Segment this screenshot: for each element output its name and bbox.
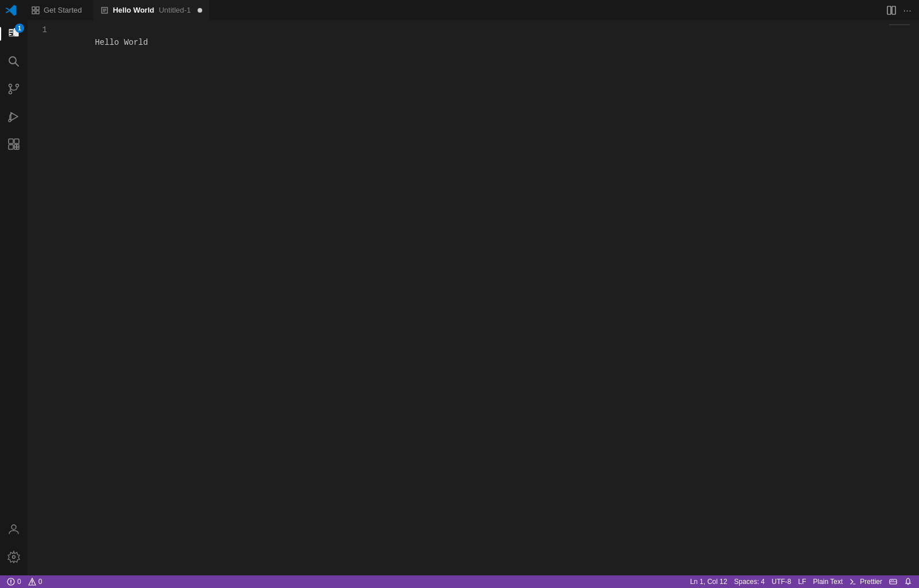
warning-count[interactable]: 0 <box>26 575 45 588</box>
status-bar-left: 0 0 <box>5 575 44 588</box>
status-bar-right: Ln 1, Col 12 Spaces: 4 UTF-8 LF Plain Te… <box>688 575 914 588</box>
svg-rect-3 <box>36 11 39 14</box>
get-started-tab-label: Get Started <box>44 6 82 14</box>
editor-area: 1 Hello World <box>28 20 919 575</box>
indentation[interactable]: Spaces: 4 <box>732 575 767 588</box>
error-number: 0 <box>17 578 21 586</box>
code-editor[interactable]: Hello World <box>56 20 885 575</box>
svg-point-15 <box>16 84 19 87</box>
svg-point-33 <box>32 583 33 585</box>
line-numbers: 1 <box>28 20 56 575</box>
error-count[interactable]: 0 <box>5 575 24 588</box>
svg-rect-8 <box>887 6 891 14</box>
activity-bar: 1 <box>0 20 28 575</box>
formatter[interactable]: Prettier <box>847 575 885 588</box>
active-tab-icon <box>100 6 109 15</box>
svg-point-27 <box>11 525 16 529</box>
svg-rect-20 <box>9 139 13 144</box>
svg-point-37 <box>891 580 892 581</box>
sidebar-item-settings[interactable] <box>0 543 28 571</box>
remote-host[interactable] <box>887 575 899 588</box>
active-tab-subtitle: Untitled-1 <box>159 6 191 14</box>
vscode-logo <box>5 4 17 17</box>
encoding-label: UTF-8 <box>771 578 791 586</box>
formatter-label: Prettier <box>860 578 882 586</box>
svg-point-16 <box>9 91 12 94</box>
encoding[interactable]: UTF-8 <box>769 575 793 588</box>
svg-rect-1 <box>36 7 39 10</box>
editor-content[interactable]: 1 Hello World <box>28 20 919 575</box>
sidebar-item-source-control[interactable] <box>0 75 28 103</box>
code-line-1: Hello World <box>95 38 148 47</box>
svg-point-28 <box>13 556 16 559</box>
svg-rect-0 <box>32 7 35 10</box>
svg-rect-9 <box>892 6 895 14</box>
svg-point-31 <box>10 583 11 584</box>
sidebar-item-search[interactable] <box>0 48 28 75</box>
svg-rect-26 <box>17 147 19 149</box>
minimap <box>885 20 919 575</box>
line-ending-label: LF <box>798 578 806 586</box>
more-actions-button[interactable]: ··· <box>901 3 914 17</box>
main-container: 1 <box>0 20 919 575</box>
svg-rect-2 <box>32 11 35 14</box>
tab-modified-indicator <box>198 8 202 13</box>
status-bar: 0 0 Ln 1, Col 12 Spaces: 4 UTF-8 LF Plai… <box>0 575 919 588</box>
active-tab-name: Hello World <box>113 6 154 14</box>
indentation-label: Spaces: 4 <box>734 578 764 586</box>
language-label: Plain Text <box>813 578 843 586</box>
svg-point-14 <box>9 84 12 87</box>
line-ending[interactable]: LF <box>796 575 808 588</box>
active-tab[interactable]: Hello World Untitled-1 <box>93 0 209 20</box>
sidebar-item-extensions[interactable] <box>0 130 28 158</box>
svg-point-38 <box>893 580 894 581</box>
cursor-position-label: Ln 1, Col 12 <box>690 578 727 586</box>
svg-rect-22 <box>9 145 13 149</box>
explorer-badge: 1 <box>15 24 24 33</box>
sidebar-item-explorer[interactable]: 1 <box>0 20 28 48</box>
warning-number: 0 <box>38 578 43 586</box>
notifications[interactable] <box>902 575 914 588</box>
activity-bar-bottom <box>0 516 28 575</box>
ellipsis-icon: ··· <box>903 6 912 15</box>
sidebar-item-accounts[interactable] <box>0 516 28 543</box>
sidebar-item-run-debug[interactable] <box>0 103 28 130</box>
split-editor-button[interactable] <box>885 3 898 17</box>
title-bar-actions: ··· <box>885 3 914 17</box>
svg-rect-21 <box>14 139 19 144</box>
cursor-position[interactable]: Ln 1, Col 12 <box>688 575 729 588</box>
title-bar: Get Started Hello World Untitled-1 ··· <box>0 0 919 20</box>
line-number-1: 1 <box>28 24 47 36</box>
get-started-tab[interactable]: Get Started <box>24 0 88 20</box>
language-mode[interactable]: Plain Text <box>811 575 845 588</box>
svg-point-19 <box>9 119 11 122</box>
get-started-tab-icon <box>31 6 40 15</box>
svg-line-13 <box>16 63 19 67</box>
